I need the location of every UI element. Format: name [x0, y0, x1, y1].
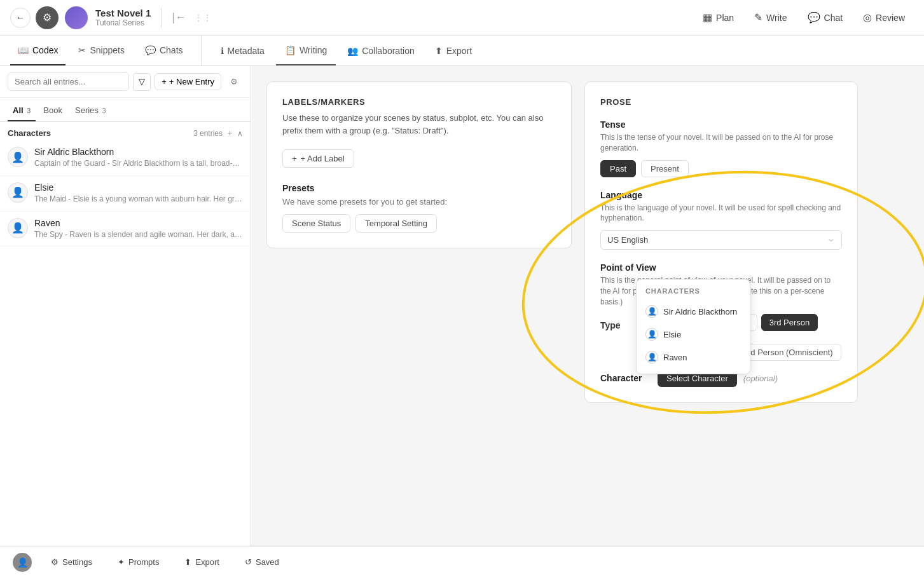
settings-avatar[interactable]: ⚙ [36, 6, 59, 29]
sidebar-tab-book[interactable]: Book [38, 103, 67, 121]
review-icon: ◎ [863, 11, 872, 24]
add-icon: + [292, 154, 297, 163]
review-button[interactable]: ◎ Review [854, 8, 914, 27]
dropdown-item-raven[interactable]: 👤 Raven [637, 346, 750, 369]
tab-export[interactable]: ⬆ Export [426, 36, 481, 65]
back-button[interactable]: ← [10, 8, 31, 28]
tab-chats[interactable]: 💬 Chats [137, 36, 191, 65]
user-avatar: 👤 [13, 553, 32, 572]
project-subtitle: Tutorial Series [95, 18, 151, 27]
tense-title: Tense [600, 119, 842, 130]
saved-button[interactable]: ↺ Saved [238, 554, 286, 570]
elsie-text: Elsie The Maid - Elsie is a young woman … [34, 182, 243, 205]
plan-label: Plan [716, 13, 734, 23]
search-input[interactable] [8, 72, 129, 91]
settings-button[interactable]: ⚙ Settings [45, 554, 99, 570]
scene-status-button[interactable]: Scene Status [282, 214, 350, 233]
export-bottom-button[interactable]: ⬆ Export [178, 554, 226, 570]
export-bottom-icon: ⬆ [184, 557, 191, 567]
prompts-icon: ✦ [118, 557, 125, 567]
filter-button[interactable]: ▽ [133, 73, 151, 91]
all-badge: 3 [27, 107, 31, 114]
type-label: Type [600, 320, 632, 330]
sidebar-toggle-icon[interactable]: |← [172, 11, 186, 24]
present-label: Present [651, 164, 679, 173]
character-item-aldric[interactable]: 👤 Sir Aldric Blackthorn Captain of the G… [0, 140, 251, 176]
sidebar-tab-series[interactable]: Series 3 [70, 103, 111, 121]
prompts-button[interactable]: ✦ Prompts [111, 554, 165, 570]
saved-icon: ↺ [245, 557, 252, 567]
pov-title: Point of View [600, 262, 842, 273]
raven-text: Raven The Spy - Raven is a slender and a… [34, 218, 243, 240]
plan-button[interactable]: ▦ Plan [694, 8, 743, 27]
aldric-name: Sir Aldric Blackthorn [34, 147, 243, 157]
new-entry-button[interactable]: + + New Entry [155, 73, 221, 90]
dropdown-elsie-avatar: 👤 [645, 328, 658, 341]
select-char-label: Select Character [666, 374, 728, 383]
language-section: Language This is the language of your no… [600, 190, 842, 250]
tab-snippets[interactable]: ✂ Snippets [71, 36, 132, 65]
tab-metadata[interactable]: ℹ Metadata [212, 36, 273, 65]
aldric-text: Sir Aldric Blackthorn Captain of the Gua… [34, 147, 243, 169]
characters-dropdown: CHARACTERS 👤 Sir Aldric Blackthorn 👤 Els… [636, 279, 750, 374]
characters-section-header: Characters 3 entries + ∧ [0, 122, 251, 140]
new-entry-label: + New Entry [169, 77, 214, 86]
settings-icon: ⚙ [51, 557, 59, 567]
collapse-characters-icon[interactable]: ∧ [237, 129, 243, 138]
collaboration-icon: 👥 [347, 46, 358, 56]
tab-collaboration[interactable]: 👥 Collaboration [338, 36, 424, 65]
dropdown-header: CHARACTERS [637, 285, 750, 300]
second-nav: 📖 Codex ✂ Snippets 💬 Chats ℹ Metadata 📋 … [0, 36, 924, 66]
character-item-elsie[interactable]: 👤 Elsie The Maid - Elsie is a young woma… [0, 176, 251, 212]
dropdown-item-aldric[interactable]: 👤 Sir Aldric Blackthorn [637, 300, 750, 323]
top-nav: ← ⚙ Test Novel 1 Tutorial Series |← ⋮⋮ ▦… [0, 0, 924, 36]
presets-subtitle: We have some presets for you to get star… [282, 197, 556, 207]
characters-count: 3 entries [193, 129, 223, 138]
prompts-label: Prompts [128, 557, 159, 567]
write-button[interactable]: ✎ Write [745, 8, 796, 27]
main-content: LABELS/MARKERS Use these to organize you… [251, 66, 924, 546]
elsie-name: Elsie [34, 182, 243, 193]
plan-icon: ▦ [703, 11, 712, 24]
elsie-desc: The Maid - Elsie is a young woman with a… [34, 194, 243, 205]
past-tense-button[interactable]: Past [600, 160, 636, 177]
tense-section: Tense This is the tense of your novel. I… [600, 119, 842, 177]
sidebar-search-row: ▽ + + New Entry ⚙ [0, 66, 251, 98]
settings-label: Settings [62, 557, 92, 567]
snippets-label: Snippets [90, 45, 124, 55]
export-icon: ⬆ [435, 46, 443, 56]
tab-codex[interactable]: 📖 Codex [10, 36, 66, 65]
aldric-desc: Captain of the Guard - Sir Aldric Blackt… [34, 158, 243, 169]
project-thumbnail [65, 6, 88, 29]
sidebar-settings-button[interactable]: ⚙ [225, 73, 243, 91]
pov-3rd-omniscient-button[interactable]: 3rd Person (Omniscient) [735, 344, 841, 361]
dropdown-aldric-avatar: 👤 [645, 305, 658, 318]
chat-button[interactable]: 💬 Chat [799, 8, 852, 27]
labels-panel: LABELS/MARKERS Use these to organize you… [266, 81, 572, 248]
characters-title: Characters [8, 128, 51, 138]
add-character-icon[interactable]: + [228, 129, 232, 138]
sidebar: ▽ + + New Entry ⚙ All 3 Book Series 3 Ch… [0, 66, 251, 546]
project-info: Test Novel 1 Tutorial Series [95, 8, 151, 27]
character-item-raven[interactable]: 👤 Raven The Spy - Raven is a slender and… [0, 212, 251, 247]
raven-desc: The Spy - Raven is a slender and agile w… [34, 229, 243, 240]
dropdown-item-elsie[interactable]: 👤 Elsie [637, 323, 750, 346]
tab-writing[interactable]: 📋 Writing [276, 36, 336, 65]
export-label: Export [446, 46, 472, 56]
chats-icon: 💬 [145, 45, 156, 55]
temporal-setting-button[interactable]: Temporal Setting [355, 214, 437, 233]
add-label-button[interactable]: + + Add Label [282, 149, 354, 168]
present-tense-button[interactable]: Present [641, 160, 689, 177]
review-label: Review [876, 13, 905, 23]
collaboration-label: Collaboration [362, 46, 415, 56]
raven-name: Raven [34, 218, 243, 228]
elsie-avatar: 👤 [8, 182, 28, 203]
sidebar-tab-all[interactable]: All 3 [8, 103, 36, 121]
pov-3rd-button[interactable]: 3rd Person [761, 314, 818, 331]
nav-actions: ▦ Plan ✎ Write 💬 Chat ◎ Review [694, 8, 914, 27]
prose-panel: PROSE Tense This is the tense of your no… [584, 81, 858, 403]
scene-status-label: Scene Status [292, 219, 341, 228]
language-select[interactable]: US English UK English French German Span… [600, 230, 842, 250]
dropdown-elsie-name: Elsie [663, 330, 681, 339]
language-title: Language [600, 190, 842, 200]
